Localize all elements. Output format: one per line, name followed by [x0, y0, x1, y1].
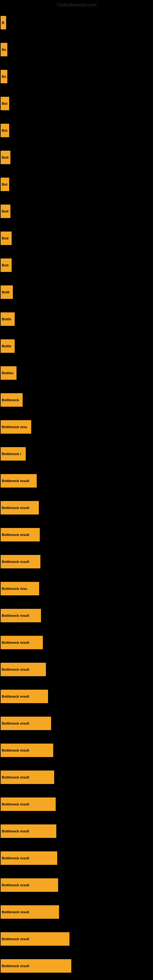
bar-item: Bottleneck result — [0, 467, 153, 494]
bar-label: Bottleneck result — [2, 748, 29, 752]
bar-label: Bottleneck result — [2, 614, 29, 617]
bar-item: Bott — [0, 252, 153, 279]
bar-item: Bottle — [0, 332, 153, 360]
bar: Bott — [1, 258, 12, 272]
bars-container: BBoBoBotBotBottBotBottBottBottBottlBottl… — [0, 9, 153, 980]
bar-item: B — [0, 9, 153, 36]
bar: Bottleneck result — [1, 690, 48, 703]
bar-item: Bottleneck result — [0, 494, 153, 521]
bar-label: Bott — [2, 156, 9, 159]
bar: Bottleneck result — [1, 959, 71, 973]
bar: Bottleneck r — [1, 447, 26, 461]
bar-label: Bottleneck result — [2, 829, 29, 833]
bar: Bottleneck result — [1, 905, 59, 919]
bar-item: Bottlen — [0, 360, 153, 387]
bar: Bot — [1, 178, 9, 191]
bar-item: Bottleneck result — [0, 602, 153, 629]
bar-item: Bottleneck result — [0, 683, 153, 710]
bar-item: Bottleneck result — [0, 953, 153, 979]
bar-item: Bot — [0, 90, 153, 117]
bar: Bottle — [1, 339, 15, 353]
bar-item: Bottleneck result — [0, 737, 153, 764]
bar-label: Bottl — [2, 290, 10, 294]
bar: Bottleneck result — [1, 932, 70, 946]
bar: Bottleneck resu — [1, 582, 39, 595]
bar: Bottleneck result — [1, 717, 51, 730]
bar-item: Bottleneck result — [0, 845, 153, 872]
bar-label: Bottleneck result — [2, 695, 29, 698]
bar-label: Bott — [2, 263, 9, 267]
bar: Bot — [1, 97, 9, 110]
bar-label: Bottlen — [2, 371, 13, 375]
bar: Bottleneck result — [1, 636, 43, 649]
bar-item: Bottleneck result — [0, 899, 153, 926]
bar-item: Bottleneck result — [0, 656, 153, 683]
bar-label: Bottle — [2, 344, 11, 348]
bar-label: Bott — [2, 236, 9, 240]
bar: Bott — [1, 151, 10, 164]
bar-label: Bottleneck result — [2, 937, 29, 941]
bar-label: Bottleneck result — [2, 560, 29, 563]
bar-label: Bottleneck result — [2, 883, 29, 887]
bar: Bo — [1, 43, 7, 56]
bar: Bottleneck resu — [1, 420, 31, 434]
site-title: TheBottlenecker.com — [0, 0, 153, 10]
bar-label: Bot — [2, 102, 7, 105]
bar: Bott — [1, 232, 12, 245]
bar-item: Bottleneck resu — [0, 414, 153, 441]
bar-label: Bottleneck result — [2, 533, 29, 536]
bar-item: Bo — [0, 36, 153, 63]
bar-label: Bottleneck result — [2, 641, 29, 644]
bar: Bott — [1, 205, 10, 218]
bar: Bottleneck result — [1, 528, 40, 541]
bar: Bottleneck result — [1, 474, 37, 488]
bar-label: Bottleneck result — [2, 856, 29, 860]
bar-label: Bott — [2, 210, 9, 213]
bar-item: Bo — [0, 63, 153, 90]
bar-item: Bottleneck — [0, 387, 153, 414]
bar-item: Bottleneck result — [0, 818, 153, 845]
bar-item: Bot — [0, 117, 153, 144]
bar: Bottleneck result — [1, 744, 53, 757]
bar: Bottleneck result — [1, 555, 40, 568]
bar-label: Bottleneck result — [2, 910, 29, 914]
bar-item: Bottleneck result — [0, 926, 153, 953]
bar: Bottlen — [1, 366, 16, 380]
bar: Bottleneck result — [1, 797, 56, 811]
bar-label: Bot — [2, 129, 7, 132]
bar-label: Bo — [2, 75, 6, 78]
bar: Bottleneck result — [1, 770, 54, 784]
bar-item: Bottleneck result — [0, 872, 153, 899]
bar: Bot — [1, 124, 9, 137]
bar-item: Bottleneck result — [0, 548, 153, 575]
bar-item: Bott — [0, 198, 153, 225]
bar-label: Bottleneck result — [2, 479, 29, 483]
bar: Bottleneck result — [1, 663, 46, 676]
bar-item: Bott — [0, 144, 153, 171]
bar: Bottleneck — [1, 393, 22, 407]
bar-label: Bo — [2, 48, 6, 51]
bar-item: Bott — [0, 225, 153, 252]
bar: Bo — [1, 70, 7, 83]
bar-item: Bottleneck result — [0, 629, 153, 656]
bar-label: Bottleneck — [2, 398, 19, 402]
bar: Bottleneck result — [1, 824, 56, 838]
bar-label: Bottleneck result — [2, 802, 29, 806]
bar: Bottle — [1, 312, 15, 326]
bar-item: Bottleneck result — [0, 521, 153, 548]
bar: B — [1, 16, 6, 29]
bar-item: Bottleneck r — [0, 441, 153, 467]
bar-label: Bottleneck r — [2, 452, 21, 456]
bar-label: Bottleneck resu — [2, 425, 27, 429]
bar-label: Bottleneck result — [2, 964, 29, 968]
bar-label: Bottleneck result — [2, 668, 29, 671]
bar: Bottl — [1, 285, 13, 299]
bar-label: Bot — [2, 183, 7, 186]
bar-item: Bottleneck resu — [0, 575, 153, 602]
bar-label: Bottleneck result — [2, 722, 29, 725]
bar-item: Bottleneck result — [0, 764, 153, 791]
bar: Bottleneck result — [1, 609, 41, 622]
bar-item: Bottl — [0, 279, 153, 305]
bar-label: Bottleneck result — [2, 506, 29, 510]
bar-item: Bot — [0, 171, 153, 198]
